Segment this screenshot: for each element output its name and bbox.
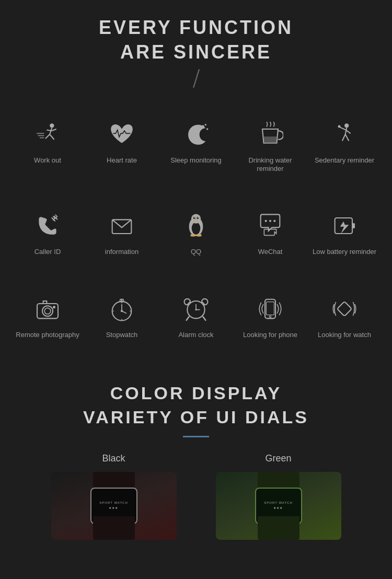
svg-point-18 xyxy=(338,125,341,128)
svg-line-17 xyxy=(346,130,351,133)
features-grid-row1: Work out Heart rate Sleep monitoring xyxy=(0,103,392,195)
svg-point-38 xyxy=(44,308,51,315)
feature-water-label: Drinking water reminder xyxy=(236,156,305,174)
svg-point-0 xyxy=(50,123,54,128)
watch-green-image: SPORT WATCH★★★ xyxy=(216,472,341,540)
svg-point-27 xyxy=(194,219,198,221)
watches-row: Black SPORT WATCH★★★ Green SPORT WATCH★★… xyxy=(10,453,382,540)
header-section: EVERY FUNCTION ARE SINCERE ╱ xyxy=(0,0,392,103)
feature-information-label: information xyxy=(105,248,139,257)
svg-rect-34 xyxy=(352,223,355,228)
features-grid-row3: Remote photography St xyxy=(0,277,392,361)
watch-green: Green SPORT WATCH★★★ xyxy=(216,453,341,540)
phone-vibrate-icon xyxy=(255,293,286,325)
feature-stopwatch: Stopwatch xyxy=(85,283,159,345)
feature-battery: Low battery reminder xyxy=(307,200,382,262)
feature-qq-label: QQ xyxy=(191,248,201,257)
svg-point-10 xyxy=(205,124,206,125)
watch-black-image: SPORT WATCH★★★ xyxy=(51,472,177,540)
feature-workout-label: Work out xyxy=(34,156,61,165)
feature-qq: QQ xyxy=(159,200,233,262)
feature-photography: Remote photography xyxy=(10,283,85,345)
svg-line-3 xyxy=(50,134,54,140)
diamond-icon xyxy=(329,293,360,325)
feature-findphone: Looking for phone xyxy=(233,283,307,345)
svg-rect-63 xyxy=(337,302,352,316)
envelope-icon xyxy=(106,210,137,241)
svg-rect-61 xyxy=(267,302,274,315)
svg-line-15 xyxy=(345,134,349,141)
feature-sleep-label: Sleep monitoring xyxy=(170,156,222,165)
divider-slash: ╱ xyxy=(190,69,202,87)
svg-point-23 xyxy=(193,217,195,219)
watch-green-label: Green xyxy=(265,453,291,464)
svg-point-24 xyxy=(197,217,199,219)
svg-line-16 xyxy=(340,127,346,130)
feature-alarm-label: Alarm clock xyxy=(178,331,213,340)
feature-wechat-label: WeChat xyxy=(258,248,283,257)
svg-point-45 xyxy=(121,310,123,312)
svg-point-30 xyxy=(265,220,267,222)
svg-point-12 xyxy=(344,123,349,128)
svg-point-25 xyxy=(194,217,195,218)
features-grid-row2: Caller ID information xyxy=(0,194,392,277)
heart-icon xyxy=(106,119,137,150)
watch-black-label: Black xyxy=(102,453,125,464)
camera-icon xyxy=(32,293,63,325)
svg-point-26 xyxy=(198,217,199,218)
chat-icon xyxy=(255,210,286,241)
feature-callerid-label: Caller ID xyxy=(34,248,61,257)
feature-heartrate: Heart rate xyxy=(85,108,159,179)
svg-point-9 xyxy=(202,125,204,128)
feature-stopwatch-label: Stopwatch xyxy=(106,331,138,340)
color-underline xyxy=(183,436,209,437)
feature-sedentary-label: Sedentary reminder xyxy=(315,156,374,165)
svg-line-2 xyxy=(45,134,50,138)
feature-heartrate-label: Heart rate xyxy=(107,156,137,165)
feature-alarm: Alarm clock xyxy=(159,283,233,345)
feature-findphone-label: Looking for phone xyxy=(243,331,297,340)
phone-icon xyxy=(32,210,63,241)
feature-sedentary: Sedentary reminder xyxy=(307,108,382,179)
feature-information: information xyxy=(85,200,159,262)
penguin-icon xyxy=(180,210,212,241)
color-title: COLOR DISPLAY VARIETY OF UI DIALS xyxy=(10,381,382,430)
runner-icon xyxy=(32,119,63,150)
feature-findwatch: Looking for watch xyxy=(307,283,382,345)
watch-black: Black SPORT WATCH★★★ xyxy=(51,453,177,540)
svg-point-37 xyxy=(42,306,53,316)
svg-line-14 xyxy=(342,134,345,141)
battery-icon xyxy=(329,210,360,241)
person-walk-icon xyxy=(329,119,360,150)
svg-point-39 xyxy=(53,306,55,308)
svg-point-21 xyxy=(192,223,201,235)
svg-point-62 xyxy=(269,316,271,318)
stopwatch-icon xyxy=(106,293,137,325)
header-title: EVERY FUNCTION ARE SINCERE xyxy=(10,16,382,65)
feature-wechat: WeChat xyxy=(233,200,307,262)
svg-point-31 xyxy=(269,220,271,222)
svg-point-28 xyxy=(190,234,195,237)
svg-point-32 xyxy=(273,220,275,222)
cup-icon xyxy=(255,119,286,150)
moon-icon xyxy=(180,119,212,150)
svg-point-53 xyxy=(195,309,197,310)
color-section: COLOR DISPLAY VARIETY OF UI DIALS Black … xyxy=(0,361,392,550)
svg-line-54 xyxy=(187,317,189,320)
feature-water: Drinking water reminder xyxy=(233,108,307,179)
feature-photography-label: Remote photography xyxy=(16,331,79,340)
svg-point-22 xyxy=(191,214,201,224)
svg-point-29 xyxy=(197,234,202,237)
alarm-icon xyxy=(180,293,212,325)
svg-line-5 xyxy=(52,129,56,131)
svg-line-55 xyxy=(203,317,205,320)
feature-workout: Work out xyxy=(10,108,85,179)
svg-point-11 xyxy=(206,128,208,130)
feature-battery-label: Low battery reminder xyxy=(313,248,376,257)
svg-marker-35 xyxy=(340,222,349,234)
feature-findwatch-label: Looking for watch xyxy=(318,331,371,340)
feature-callerid: Caller ID xyxy=(10,200,85,262)
feature-sleep: Sleep monitoring xyxy=(159,108,233,179)
